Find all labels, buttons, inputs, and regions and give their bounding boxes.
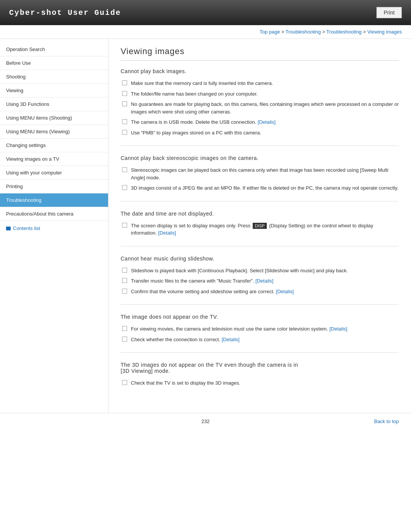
item-text: Transfer music files to the camera with … xyxy=(131,277,273,285)
item-text: 3D images consist of a JPEG file and an … xyxy=(131,184,398,192)
checkbox-icon xyxy=(122,101,127,106)
item-text: Check whether the connection is correct.… xyxy=(131,336,239,343)
sidebar-item-3d-functions[interactable]: Using 3D Functions xyxy=(0,97,108,111)
details-link[interactable]: [Details] xyxy=(330,326,347,332)
section-title-music: Cannot hear music during slideshow. xyxy=(121,256,399,262)
page-title: Viewing images xyxy=(121,46,399,61)
list-item: Confirm that the volume setting and slid… xyxy=(121,288,399,296)
content-layout: Operation Search Before Use Shooting Vie… xyxy=(0,39,411,413)
item-text: Stereoscopic images can be played back o… xyxy=(131,166,399,181)
item-text: The screen display is set to display ima… xyxy=(131,222,399,237)
item-text: The folder/file name has been changed on… xyxy=(131,90,258,98)
breadcrumb-link-toppage[interactable]: Top page xyxy=(260,29,280,35)
section-title-date-time: The date and time are not displayed. xyxy=(121,211,399,217)
list-item: No guarantees are made for playing back,… xyxy=(121,101,399,115)
item-text: Use “PMB” to play images stored on a PC … xyxy=(131,129,261,137)
checkbox-icon xyxy=(122,167,127,172)
checkbox-icon xyxy=(122,91,127,96)
checkbox-icon xyxy=(122,278,127,283)
sidebar-item-menu-shooting[interactable]: Using MENU items (Shooting) xyxy=(0,111,108,125)
print-button[interactable]: Print xyxy=(376,7,402,18)
section-date-time: The date and time are not displayed. The… xyxy=(121,211,399,246)
list-item: Check that the TV is set to display the … xyxy=(121,379,399,387)
section-3d-not-on-tv: The 3D images do not appear on the TV ev… xyxy=(121,362,399,396)
item-text: Confirm that the volume setting and slid… xyxy=(131,288,294,296)
checkbox-icon xyxy=(122,326,127,331)
list-item: Use “PMB” to play images stored on a PC … xyxy=(121,129,399,137)
list-item: Stereoscopic images can be played back o… xyxy=(121,166,399,181)
section-title-cannot-stereo: Cannot play back stereoscopic images on … xyxy=(121,155,399,161)
breadcrumb-link-troubleshooting2[interactable]: Troubleshooting xyxy=(327,29,362,35)
checkbox-icon xyxy=(122,119,127,124)
app-title: Cyber-shot User Guide xyxy=(9,8,121,17)
list-item: For viewing movies, the camera and telev… xyxy=(121,325,399,333)
checkbox-icon xyxy=(122,185,127,190)
list-item: The folder/file name has been changed on… xyxy=(121,90,399,98)
section-cannot-hear-music: Cannot hear music during slideshow. Slid… xyxy=(121,256,399,305)
disp-button-icon: DISP xyxy=(253,223,267,229)
list-item: Slideshow is played back with [Continuou… xyxy=(121,267,399,275)
details-link[interactable]: [Details] xyxy=(221,337,239,342)
item-text: No guarantees are made for playing back,… xyxy=(131,101,399,115)
list-item: 3D images consist of a JPEG file and an … xyxy=(121,184,399,192)
sidebar-item-precautions[interactable]: Precautions/About this camera xyxy=(0,207,108,221)
details-link[interactable]: [Details] xyxy=(276,289,294,294)
breadcrumb-link-viewing-images[interactable]: Viewing images xyxy=(367,29,402,35)
breadcrumb-link-troubleshooting1[interactable]: Troubleshooting xyxy=(285,29,321,35)
sidebar-item-using-computer[interactable]: Using with your computer xyxy=(0,166,108,180)
details-link[interactable]: [Details] xyxy=(158,230,176,236)
list-item: The camera is in USB mode. Delete the US… xyxy=(121,118,399,126)
list-item: The screen display is set to display ima… xyxy=(121,222,399,237)
section-cannot-playback: Cannot play back images. Make sure that … xyxy=(121,68,399,146)
sidebar-item-shooting[interactable]: Shooting xyxy=(0,70,108,84)
checkbox-icon xyxy=(122,130,127,135)
header: Cyber-shot User Guide Print xyxy=(0,0,411,25)
back-to-top-link[interactable]: Back to top xyxy=(270,419,399,424)
item-text: Make sure that the memory card is fully … xyxy=(131,80,273,87)
sidebar-item-viewing-on-tv[interactable]: Viewing images on a TV xyxy=(0,152,108,166)
section-title-image-not-tv: The image does not appear on the TV. xyxy=(121,314,399,320)
checkbox-icon xyxy=(122,289,127,294)
checkbox-icon xyxy=(122,80,127,85)
item-text: Check that the TV is set to display the … xyxy=(131,379,240,387)
section-image-not-on-tv: The image does not appear on the TV. For… xyxy=(121,314,399,353)
sidebar-item-operation-search[interactable]: Operation Search xyxy=(0,43,108,56)
section-title-3d-not-tv: The 3D images do not appear on the TV ev… xyxy=(121,362,399,374)
sidebar-contents-link[interactable]: Contents list xyxy=(0,221,108,236)
breadcrumb: Top page > Troubleshooting > Troubleshoo… xyxy=(0,25,411,39)
item-text: For viewing movies, the camera and telev… xyxy=(131,325,347,333)
footer: 232 Back to top xyxy=(0,413,411,430)
checkbox-icon xyxy=(122,268,127,273)
item-text: The camera is in USB mode. Delete the US… xyxy=(131,118,276,126)
sidebar-item-printing[interactable]: Printing xyxy=(0,180,108,193)
sidebar: Operation Search Before Use Shooting Vie… xyxy=(0,39,108,413)
item-text: Slideshow is played back with [Continuou… xyxy=(131,267,348,275)
details-link[interactable]: [Details] xyxy=(258,119,276,125)
sidebar-item-menu-viewing[interactable]: Using MENU items (Viewing) xyxy=(0,125,108,139)
list-item: Make sure that the memory card is fully … xyxy=(121,80,399,87)
sidebar-item-troubleshooting[interactable]: Troubleshooting xyxy=(0,193,108,207)
page-number: 232 xyxy=(141,419,270,424)
section-title-cannot-playback: Cannot play back images. xyxy=(121,68,399,74)
sidebar-item-changing-settings[interactable]: Changing settings xyxy=(0,139,108,152)
checkbox-icon xyxy=(122,337,127,342)
details-link[interactable]: [Details] xyxy=(255,278,273,284)
sidebar-item-viewing[interactable]: Viewing xyxy=(0,84,108,97)
main-content: Viewing images Cannot play back images. … xyxy=(108,39,411,413)
section-cannot-playback-stereo: Cannot play back stereoscopic images on … xyxy=(121,155,399,201)
checkbox-icon xyxy=(122,380,127,385)
list-item: Check whether the connection is correct.… xyxy=(121,336,399,343)
list-item: Transfer music files to the camera with … xyxy=(121,277,399,285)
sidebar-item-before-use[interactable]: Before Use xyxy=(0,56,108,70)
checkbox-icon xyxy=(122,223,127,228)
